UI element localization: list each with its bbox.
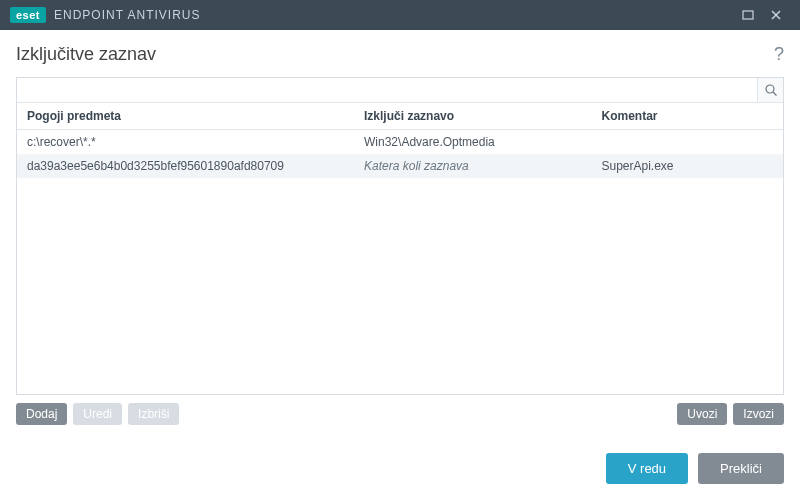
table-row[interactable]: da39a3ee5e6b4b0d3255bfef95601890afd80709… [17,154,783,178]
svg-line-4 [773,92,777,96]
search-icon [764,83,778,97]
cell-comment: SuperApi.exe [591,154,783,178]
export-button[interactable]: Izvozi [733,403,784,425]
cell-detection: Katera koli zaznava [354,154,591,178]
close-button[interactable] [762,0,790,30]
table-body: c:\recover\*.*Win32\Advare.Optmediada39a… [17,130,783,394]
delete-button[interactable]: Izbriši [128,403,179,425]
cell-object: da39a3ee5e6b4b0d3255bfef95601890afd80709 [17,154,354,178]
svg-rect-0 [743,11,753,19]
close-icon [770,9,782,21]
toolbar: Dodaj Uredi Izbriši Uvozi Izvozi [16,395,784,435]
table-header: Pogoji predmeta Izključi zaznavo Komenta… [17,103,783,130]
cell-comment [591,130,783,154]
ok-button[interactable]: V redu [606,453,688,484]
col-object-conditions[interactable]: Pogoji predmeta [17,103,354,129]
minimize-button[interactable] [734,0,762,30]
cell-object: c:\recover\*.* [17,130,354,154]
edit-button[interactable]: Uredi [73,403,122,425]
page-title: Izključitve zaznav [16,44,156,65]
titlebar: eset ENDPOINT ANTIVIRUS [0,0,800,30]
add-button[interactable]: Dodaj [16,403,67,425]
product-name: ENDPOINT ANTIVIRUS [54,8,200,22]
dialog-footer: V redu Prekliči [16,435,784,500]
search-button[interactable] [757,78,783,102]
table-row[interactable]: c:\recover\*.*Win32\Advare.Optmedia [17,130,783,154]
cell-detection: Win32\Advare.Optmedia [354,130,591,154]
cancel-button[interactable]: Prekliči [698,453,784,484]
col-exclude-detection[interactable]: Izključi zaznavo [354,103,591,129]
brand-badge: eset [10,7,46,23]
search-input[interactable] [17,78,757,102]
exclusions-panel: Pogoji predmeta Izključi zaznavo Komenta… [16,77,784,395]
minimize-icon [742,9,754,21]
svg-point-3 [766,85,774,93]
col-comment[interactable]: Komentar [591,103,783,129]
import-button[interactable]: Uvozi [677,403,727,425]
help-button[interactable]: ? [774,44,784,65]
